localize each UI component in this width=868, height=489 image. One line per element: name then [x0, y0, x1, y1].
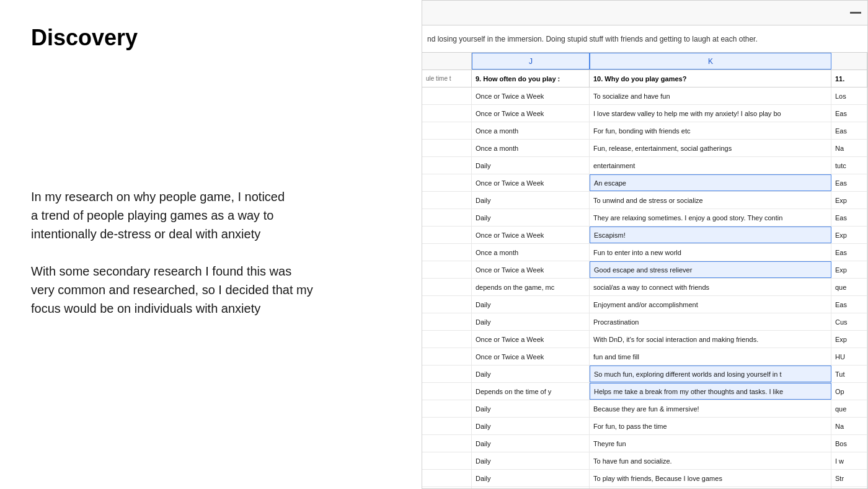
cell-i: [422, 452, 472, 469]
table-row: DailyThey are relaxing sometimes. I enjo…: [422, 209, 867, 227]
table-row: DailyFor fun, to pass the timeNa: [422, 418, 867, 435]
cell-j: Once or Twice a Week: [472, 227, 590, 243]
cell-l: que: [831, 279, 867, 295]
cell-j: Daily: [472, 366, 590, 382]
column-headers: J K: [422, 53, 867, 70]
cell-l: Tut: [831, 366, 867, 382]
table-row: Once a monthFor fun, bonding with friend…: [422, 122, 867, 140]
cell-k: social/as a way to connect with friends: [590, 279, 831, 295]
cell-j: Once or Twice a Week: [472, 87, 590, 104]
header-text-row: nd losing yourself in the immersion. Doi…: [422, 25, 867, 53]
table-row: Once or Twice a WeekEscapism!Exp: [422, 227, 867, 244]
cell-j: Daily: [472, 296, 590, 313]
cell-l: Eas: [831, 174, 867, 191]
table-row: DailyTheyre funBos: [422, 435, 867, 452]
table-row: Once a monthFun to enter into a new worl…: [422, 244, 867, 261]
cell-k: An escape: [590, 174, 831, 191]
data-rows: Once or Twice a WeekTo socialize and hav…: [422, 87, 867, 489]
table-row: DailyTo unwind and de stress or socializ…: [422, 192, 867, 209]
cell-l: Bos: [831, 435, 867, 452]
cell-k: Because they are fun & immersive!: [590, 400, 831, 417]
cell-i: [422, 209, 472, 226]
cell-l: Exp: [831, 261, 867, 278]
cell-i: [422, 279, 472, 295]
cell-j: Daily: [472, 192, 590, 209]
cell-l: Eas: [831, 105, 867, 122]
cell-i: [422, 400, 472, 417]
cell-i: [422, 331, 472, 348]
cell-l: Exp: [831, 331, 867, 348]
cell-j: Once a month: [472, 140, 590, 156]
cell-j: Daily: [472, 209, 590, 226]
cell-i: [422, 383, 472, 400]
cell-j: Daily: [472, 418, 590, 434]
spreadsheet-panel: nd losing yourself in the immersion. Doi…: [422, 0, 868, 489]
cell-k: Enjoyment and/or accomplishment: [590, 296, 831, 313]
cell-i: [422, 470, 472, 487]
q-cell-l: 11.: [831, 70, 867, 87]
cell-k: Procrastination: [590, 313, 831, 330]
cell-k: For fun, to pass the time: [590, 418, 831, 434]
col-header-j: J: [472, 53, 590, 70]
cell-j: Once or Twice a Week: [472, 348, 590, 365]
cell-l: Na: [831, 140, 867, 156]
cell-i: [422, 87, 472, 104]
table-row: Depends on the time of yHelps me take a …: [422, 383, 867, 400]
table-row: Once or Twice a WeekWith DnD, it's for s…: [422, 331, 867, 348]
table-row: depends on the game, mcsocial/as a way t…: [422, 279, 867, 296]
cell-k: To have fun and socialize.: [590, 452, 831, 469]
cell-i: [422, 174, 472, 191]
table-row: Once a monthFun, release, entertainment,…: [422, 140, 867, 157]
cell-k: Helps me take a break from my other thou…: [590, 383, 831, 400]
cell-l: Cus: [831, 313, 867, 330]
cell-k: I love stardew valley to help me with my…: [590, 105, 831, 122]
col-header-l: [831, 53, 867, 70]
cell-l: Exp: [831, 227, 867, 243]
table-row: DailyProcrastinationCus: [422, 313, 867, 331]
cell-j: Daily: [472, 313, 590, 330]
table-row: Once or Twice a Weekfun and time fillHU: [422, 348, 867, 366]
cell-i: [422, 348, 472, 365]
cell-i: [422, 366, 472, 382]
cell-l: I w: [831, 452, 867, 469]
cell-j: Once a month: [472, 244, 590, 261]
table-row: Once or Twice a WeekTo socialize and hav…: [422, 87, 867, 105]
col-header-k: K: [590, 53, 831, 70]
cell-i: [422, 192, 472, 209]
cell-j: Daily: [472, 452, 590, 469]
cell-i: [422, 244, 472, 261]
cell-l: HU: [831, 348, 867, 365]
q-cell-i: ule time t: [422, 70, 472, 87]
cell-i: [422, 296, 472, 313]
minimize-button[interactable]: [850, 12, 861, 14]
cell-k: Escapism!: [590, 227, 831, 243]
spreadsheet-top-bar: [422, 1, 867, 25]
cell-l: Eas: [831, 296, 867, 313]
cell-j: depends on the game, mc: [472, 279, 590, 295]
table-row: DailyTo play with friends, Because I lov…: [422, 470, 867, 487]
table-row: DailyEnjoyment and/or accomplishmentEas: [422, 296, 867, 313]
cell-l: Str: [831, 470, 867, 487]
cell-k: For fun, bonding with friends etc: [590, 122, 831, 139]
cell-k: entertainment: [590, 157, 831, 174]
cell-l: que: [831, 400, 867, 417]
cell-k: Fun to enter into a new world: [590, 244, 831, 261]
cell-l: Eas: [831, 244, 867, 261]
table-row: Once or Twice a WeekGood escape and stre…: [422, 261, 867, 279]
cell-j: Daily: [472, 157, 590, 174]
cell-l: Eas: [831, 122, 867, 139]
table-row: Once or Twice a WeekI love stardew valle…: [422, 105, 867, 122]
question-row: ule time t 9. How often do you play : 10…: [422, 70, 867, 87]
cell-k: So much fun, exploring different worlds …: [590, 366, 831, 382]
cell-j: Depends on the time of y: [472, 383, 590, 400]
cell-k: To socialize and have fun: [590, 87, 831, 104]
cell-j: Once or Twice a Week: [472, 261, 590, 278]
cell-k: fun and time fill: [590, 348, 831, 365]
page-title: Discovery: [31, 25, 378, 51]
cell-l: Eas: [831, 209, 867, 226]
cell-i: [422, 261, 472, 278]
cell-i: [422, 435, 472, 452]
cell-i: [422, 105, 472, 122]
cell-k: With DnD, it's for social interaction an…: [590, 331, 831, 348]
cell-k: Good escape and stress reliever: [590, 261, 831, 278]
